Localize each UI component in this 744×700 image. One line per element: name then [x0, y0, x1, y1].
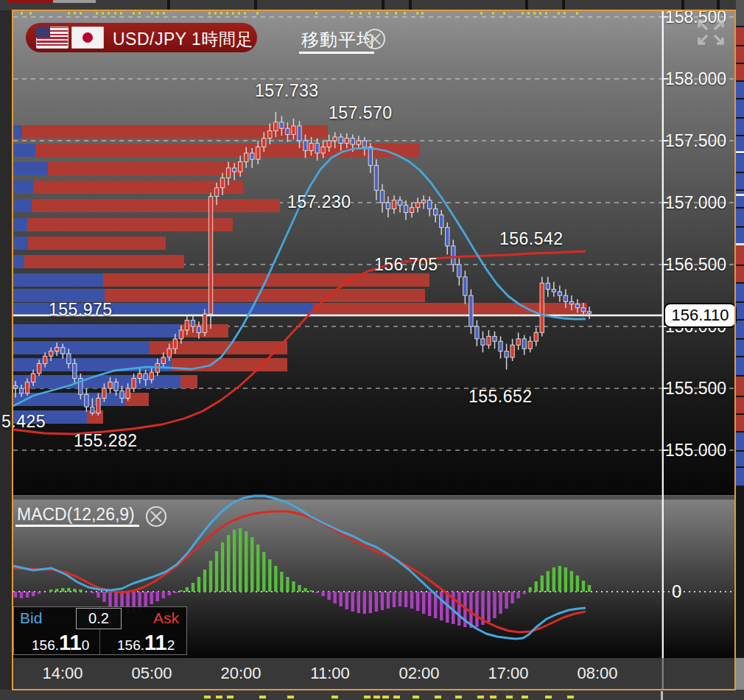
price-annotation: 157.733: [255, 81, 319, 101]
ask-last: 2: [167, 637, 175, 654]
price-axis-label: 156.500: [665, 255, 726, 275]
ask-price-button[interactable]: 156.112: [117, 631, 175, 655]
time-axis-label: 05:00: [131, 664, 172, 683]
macd-underline: [15, 525, 139, 527]
price-annotation: 157.230: [287, 192, 351, 212]
price-axis-label: 157.000: [665, 193, 726, 213]
bid-ask-panel: Bid Ask 0.2 156.110 156.112: [13, 606, 187, 655]
time-axis-label: 11:00: [310, 664, 349, 683]
price-annotation: 157.570: [329, 103, 393, 123]
price-annotation: 155.282: [74, 431, 138, 451]
price-annotation: 5.425: [1, 412, 46, 432]
price-axis-label: 155.500: [665, 379, 726, 399]
ask-label[interactable]: Ask: [153, 609, 179, 627]
price-annotation: 155.975: [49, 300, 113, 320]
price-annotation: 156.542: [499, 229, 564, 249]
indicator-close-icon[interactable]: [364, 28, 386, 50]
macd-zero-label: 0: [672, 581, 681, 602]
time-axis-label: 08:00: [577, 664, 617, 683]
bid-main: 11: [59, 631, 82, 655]
bid-price-button[interactable]: 156.110: [32, 631, 89, 655]
price-axis-label: 157.500: [665, 131, 726, 151]
spread-value: 0.2: [88, 610, 109, 627]
jp-flag-icon: [71, 27, 104, 49]
time-axis-label: 02:00: [399, 664, 439, 683]
time-axis-label: 17:00: [488, 664, 528, 683]
time-axis-label: 14:00: [42, 664, 83, 683]
current-price-value: 156.110: [672, 306, 729, 325]
bid-label[interactable]: Bid: [20, 609, 42, 627]
macd-indicator-label: MACD(12,26,9): [17, 505, 135, 525]
time-axis-label: 20:00: [220, 664, 261, 683]
price-axis-label: 155.000: [665, 441, 726, 461]
price-annotation: 156.705: [374, 255, 438, 275]
price-annotation: 155.652: [468, 387, 533, 407]
bid-last: 0: [82, 637, 90, 654]
ask-main: 11: [144, 631, 167, 655]
price-axis-label: 158.000: [665, 69, 726, 89]
macd-close-icon[interactable]: [145, 505, 167, 528]
current-price-box: 156.110: [664, 303, 737, 328]
indicator-underline: [299, 52, 374, 54]
expand-icon[interactable]: [694, 16, 728, 49]
fx-trading-app: USD/JPY 1時間足 移動平均 MACD(12,26,9) 0 158.50…: [0, 0, 744, 700]
instrument-label: USD/JPY 1時間足: [113, 28, 253, 51]
labels-layer: USD/JPY 1時間足 移動平均 MACD(12,26,9) 0 158.50…: [0, 0, 744, 700]
spread-box: 0.2: [76, 608, 122, 629]
bid-int: 156.: [32, 637, 59, 654]
ask-int: 156.: [117, 637, 144, 654]
instrument-selector[interactable]: USD/JPY 1時間足: [26, 23, 257, 52]
us-flag-icon: [36, 27, 69, 49]
